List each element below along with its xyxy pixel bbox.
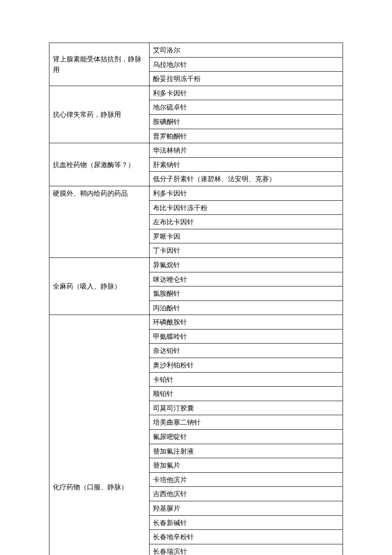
item-cell: 长春地辛粉针 [150,530,343,544]
item-cell: 替加氟片 [150,458,343,473]
category-cell: 抗血栓药物（尿激酶等？） [49,143,150,186]
item-cell: 华法林钠片 [150,143,343,158]
item-cell: 低分子肝素针（速碧林、法安明、克赛） [150,172,343,186]
item-cell: 肝素钠针 [150,157,343,172]
table-row: 抗血栓药物（尿激酶等？）华法林钠片 [49,143,343,158]
drug-categories-table: 肾上腺素能受体拮抗剂，静脉用艾司洛尔乌拉地尔针酚妥拉明冻干粉抗心律失常药，静脉用… [49,43,343,555]
item-cell: 异氟烷针 [150,257,343,272]
item-cell: 卡铂针 [150,372,343,387]
item-cell: 氟尿嘧啶针 [150,430,343,444]
table-row: 化疗药物（口服、静脉）环磷酰胺针 [49,315,343,330]
item-cell: 布比卡因针冻干粉 [150,200,343,215]
item-cell: 丁卡因针 [150,243,343,258]
category-cell: 硬膜外、鞘内给药的药品 [49,186,150,257]
category-cell: 化疗药物（口服、静脉） [49,315,150,555]
item-cell: 长春新碱针 [150,515,343,530]
item-cell: 普罗帕酮针 [150,129,343,143]
item-cell: 乌拉地尔针 [150,57,343,72]
item-cell: 胺碘酮针 [150,114,343,129]
category-cell: 全麻药（吸入、静脉） [49,257,150,315]
table-row: 肾上腺素能受体拮抗剂，静脉用艾司洛尔 [49,43,343,58]
item-cell: 酚妥拉明冻干粉 [150,72,343,86]
item-cell: 顺铂针 [150,387,343,401]
item-cell: 丙泊酚针 [150,301,343,315]
category-cell: 肾上腺素能受体拮抗剂，静脉用 [49,43,150,86]
table-row: 抗心律失常药，静脉用利多卡因针 [49,86,343,100]
table-row: 全麻药（吸入、静脉）异氟烷针 [49,257,343,272]
item-cell: 环磷酰胺针 [150,315,343,330]
item-cell: 地尔硫卓针 [150,100,343,115]
item-cell: 替加氟注射液 [150,444,343,458]
item-cell: 氯胺酮针 [150,286,343,301]
item-cell: 卡培他滨片 [150,472,343,487]
item-cell: 长春瑞滨针 [150,544,343,555]
item-cell: 羟基脲片 [150,501,343,516]
item-cell: 利多卡因针 [150,86,343,100]
item-cell: 奥沙利铂粉针 [150,358,343,373]
item-cell: 吉西他滨针 [150,487,343,501]
item-cell: 奈达铂针 [150,344,343,358]
item-cell: 左布比卡因针 [150,215,343,229]
item-cell: 利多卡因针 [150,186,343,200]
item-cell: 甲氨蝶呤针 [150,329,343,344]
item-cell: 咪达唑仑针 [150,272,343,286]
category-cell: 抗心律失常药，静脉用 [49,86,150,143]
table-row: 硬膜外、鞘内给药的药品利多卡因针 [49,186,343,200]
item-cell: 罗哌卡因 [150,229,343,243]
item-cell: 司莫司汀胶囊 [150,401,343,415]
item-cell: 培美曲塞二钠针 [150,415,343,430]
item-cell: 艾司洛尔 [150,43,343,58]
